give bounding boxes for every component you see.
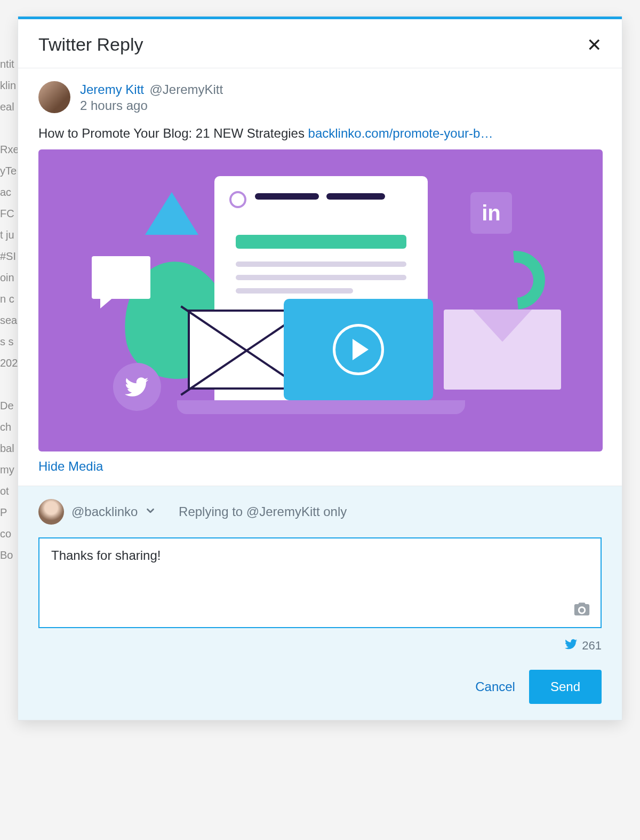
attach-image-icon[interactable] [573, 600, 591, 621]
me-avatar[interactable] [38, 499, 64, 525]
account-selector[interactable]: @backlinko [71, 504, 156, 520]
reply-textarea[interactable] [51, 548, 589, 612]
char-count-row: 261 [38, 638, 602, 654]
play-icon [333, 324, 384, 375]
hide-media-link[interactable]: Hide Media [38, 459, 103, 474]
chevron-down-icon [145, 505, 156, 520]
laptop-base-illustration [177, 400, 465, 414]
tweet-timestamp: 2 hours ago [80, 98, 223, 113]
original-tweet: Jeremy Kitt @JeremyKitt 2 hours ago How … [18, 68, 622, 486]
twitter-icon [113, 363, 161, 411]
linkedin-icon: in [470, 192, 512, 234]
author-handle: @JeremyKitt [149, 82, 223, 97]
tweet-text: How to Promote Your Blog: 21 NEW Strateg… [38, 126, 308, 140]
video-thumb-illustration [284, 299, 433, 400]
reply-actions: Cancel Send [38, 670, 602, 704]
envelope-right-illustration [444, 310, 561, 390]
modal-title: Twitter Reply [38, 34, 143, 55]
reply-meta-row: @backlinko Replying to @JeremyKitt only [38, 499, 602, 525]
triangle-illustration [145, 192, 198, 235]
send-button[interactable]: Send [529, 670, 602, 704]
me-handle: @backlinko [71, 504, 138, 519]
reply-textarea-wrap [38, 537, 602, 628]
tweet-body: How to Promote Your Blog: 21 NEW Strateg… [38, 125, 602, 142]
cancel-button[interactable]: Cancel [475, 679, 515, 694]
modal-header: Twitter Reply ✕ [18, 19, 622, 68]
close-icon[interactable]: ✕ [587, 36, 602, 54]
tweet-link[interactable]: backlinko.com/promote-your-b… [308, 126, 493, 140]
chat-bubble-illustration [92, 256, 150, 299]
tweet-media[interactable]: in [38, 149, 603, 451]
reply-context: Replying to @JeremyKitt only [179, 504, 347, 519]
char-count: 261 [582, 639, 602, 653]
author-name[interactable]: Jeremy Kitt [80, 82, 144, 97]
author-avatar[interactable] [38, 81, 70, 113]
twitter-reply-modal: Twitter Reply ✕ Jeremy Kitt @JeremyKitt … [18, 16, 622, 720]
tweet-header: Jeremy Kitt @JeremyKitt 2 hours ago [38, 81, 602, 113]
reply-composer: @backlinko Replying to @JeremyKitt only … [18, 486, 622, 720]
twitter-bird-icon [565, 638, 578, 654]
